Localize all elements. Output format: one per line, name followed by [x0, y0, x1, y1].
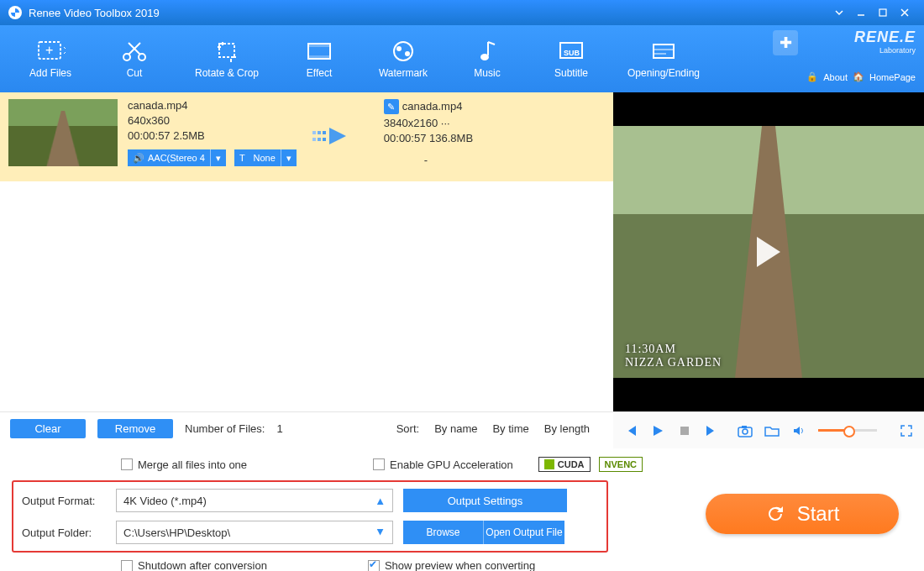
file-count-value: 1	[276, 422, 282, 435]
merge-files-checkbox[interactable]: Merge all files into one	[121, 458, 247, 471]
gpu-accel-checkbox[interactable]: Enable GPU Acceleration	[373, 458, 513, 471]
cut-button[interactable]: Cut	[92, 39, 176, 79]
svg-text:+: +	[45, 43, 53, 57]
svg-rect-24	[323, 138, 326, 141]
audio-codec-dropdown[interactable]: 🔊 AAC(Stereo 4	[128, 149, 211, 166]
checkbox-icon	[373, 458, 385, 470]
video-thumbnail	[8, 99, 118, 166]
brand-badge-icon: ✚	[773, 30, 798, 55]
sort-by-time[interactable]: By time	[492, 422, 528, 435]
subtitle-track-caret-icon[interactable]: ▾	[281, 149, 297, 166]
svg-rect-25	[680, 427, 689, 435]
merge-files-label: Merge all files into one	[138, 458, 247, 471]
app-title: Renee Video Toolbox 2019	[29, 7, 160, 19]
file-item[interactable]: canada.mp4 640x360 00:00:57 2.5MB 🔊 AAC(…	[0, 92, 613, 181]
cuda-badge: CUDA	[538, 457, 591, 472]
output-duration-size: 00:00:57 136.8MB	[384, 132, 518, 144]
video-preview[interactable]: 11:30AM NIZZA GARDEN	[613, 92, 924, 411]
refresh-icon	[765, 504, 785, 524]
svg-point-11	[396, 46, 402, 51]
output-resolution: 3840x2160 ···	[384, 117, 518, 129]
watermark-icon	[388, 39, 418, 64]
svg-rect-6	[219, 44, 234, 57]
dropdown-window-icon[interactable]	[828, 4, 850, 21]
preview-location: NIZZA GARDEN	[625, 356, 722, 369]
volume-slider[interactable]	[818, 429, 877, 432]
prev-track-icon[interactable]	[623, 423, 638, 438]
brand-subtitle: Laboratory	[806, 46, 916, 55]
start-label: Start	[797, 502, 840, 526]
svg-point-12	[405, 51, 410, 56]
minimize-window-icon[interactable]	[850, 4, 872, 21]
sort-by-name[interactable]: By name	[434, 422, 477, 435]
open-folder-icon[interactable]	[764, 423, 780, 438]
output-settings-button[interactable]: Output Settings	[403, 489, 567, 512]
svg-rect-21	[318, 131, 321, 134]
open-output-file-button[interactable]: Open Output File	[484, 521, 564, 544]
input-resolution: 640x360	[128, 114, 297, 127]
svg-rect-1	[879, 9, 886, 16]
start-button[interactable]: Start	[706, 494, 899, 534]
output-settings-group: Output Format: 4K Video (*.mp4) ▲ Output…	[12, 480, 608, 553]
checkbox-checked-icon	[368, 560, 380, 572]
close-window-icon[interactable]	[894, 4, 916, 21]
music-button[interactable]: Music	[445, 39, 529, 79]
svg-point-13	[480, 54, 489, 60]
toolbar-label: Add Files	[29, 67, 71, 79]
toolbar-label: Opening/Ending	[627, 67, 700, 79]
remove-button[interactable]: Remove	[97, 419, 173, 438]
toolbar-label: Rotate & Crop	[195, 67, 259, 79]
svg-rect-19	[312, 131, 316, 134]
stop-icon[interactable]	[677, 423, 692, 438]
about-link[interactable]: About	[823, 72, 848, 82]
output-filename: canada.mp4	[402, 100, 463, 113]
play-icon[interactable]	[650, 423, 665, 438]
fullscreen-icon[interactable]	[899, 423, 914, 438]
maximize-window-icon[interactable]	[872, 4, 894, 21]
snapshot-icon[interactable]	[738, 423, 753, 438]
show-preview-label: Show preview when converting	[385, 559, 535, 571]
subtitle-button[interactable]: SUB Subtitle	[529, 39, 613, 79]
rotate-crop-button[interactable]: Rotate & Crop	[176, 39, 277, 79]
play-overlay-icon[interactable]	[757, 237, 780, 267]
audio-codec-caret-icon[interactable]: ▾	[211, 149, 226, 166]
input-filename: canada.mp4	[128, 99, 297, 112]
checkbox-icon	[121, 560, 133, 572]
output-format-select[interactable]: 4K Video (*.mp4) ▲	[116, 489, 393, 512]
svg-text:SUB: SUB	[564, 49, 580, 57]
subtitle-track-dropdown[interactable]: T None	[234, 149, 281, 166]
shutdown-label: Shutdown after conversion	[138, 559, 267, 571]
output-edit-icon[interactable]: ✎	[384, 99, 399, 114]
volume-icon[interactable]	[791, 423, 806, 438]
toolbar-label: Subtitle	[554, 67, 588, 79]
subtitle-icon: SUB	[556, 39, 586, 64]
convert-arrow-icon	[307, 112, 365, 162]
toolbar-label: Effect	[307, 67, 332, 79]
output-folder-select[interactable]: C:\Users\HP\Desktop\ ▲	[116, 521, 393, 544]
homepage-link[interactable]: HomePage	[869, 72, 916, 82]
add-files-icon: +	[35, 39, 66, 64]
browse-button[interactable]: Browse	[403, 521, 484, 544]
sort-by-length[interactable]: By length	[544, 422, 590, 435]
output-format-label: Output Format:	[22, 495, 106, 507]
app-logo-icon	[8, 6, 22, 19]
file-count-label: Number of Files:	[185, 422, 265, 435]
svg-rect-22	[318, 138, 321, 141]
output-dash: -	[384, 154, 468, 166]
toolbar-label: Watermark	[379, 67, 428, 79]
clear-button[interactable]: Clear	[10, 419, 86, 438]
add-files-button[interactable]: + Add Files	[8, 39, 92, 79]
watermark-button[interactable]: Watermark	[361, 39, 445, 79]
svg-rect-16	[654, 45, 674, 58]
opening-ending-icon	[648, 39, 679, 64]
crop-icon	[212, 39, 242, 64]
opening-ending-button[interactable]: Opening/Ending	[613, 39, 714, 79]
toolbar-label: Cut	[127, 67, 143, 79]
effect-button[interactable]: Effect	[277, 39, 361, 79]
show-preview-checkbox[interactable]: Show preview when converting	[368, 559, 535, 571]
output-folder-label: Output Folder:	[22, 526, 106, 539]
nvenc-badge: NVENC	[599, 457, 643, 472]
brand-name: RENE.E	[806, 29, 916, 46]
shutdown-checkbox[interactable]: Shutdown after conversion	[121, 559, 267, 571]
next-track-icon[interactable]	[704, 423, 719, 438]
